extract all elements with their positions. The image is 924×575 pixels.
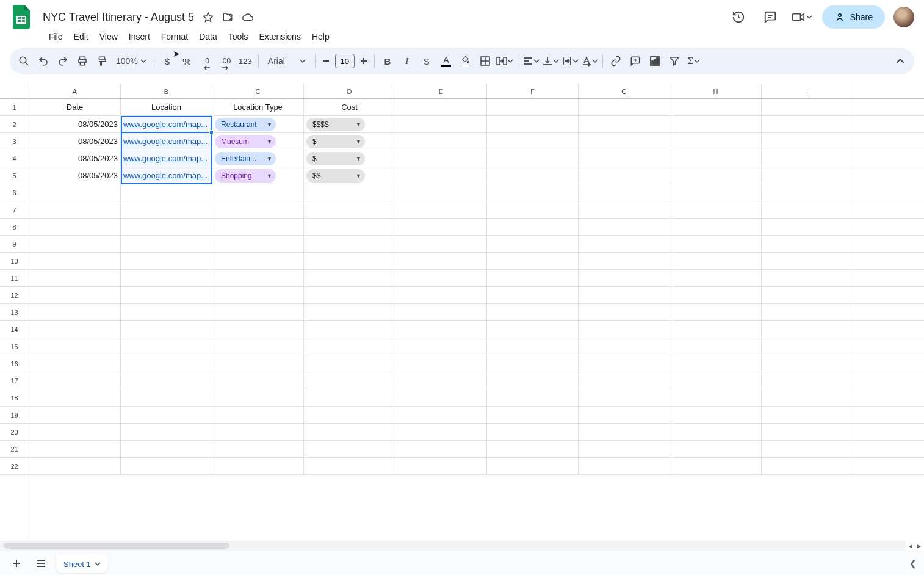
- bold-icon[interactable]: B: [378, 52, 397, 70]
- menu-insert[interactable]: Insert: [124, 29, 155, 44]
- menu-tools[interactable]: Tools: [223, 29, 253, 44]
- fill-color-icon[interactable]: [457, 52, 475, 70]
- menu-view[interactable]: View: [95, 29, 123, 44]
- font-size-input[interactable]: [335, 54, 355, 68]
- svg-point-9: [20, 57, 26, 63]
- filter-icon[interactable]: [665, 52, 684, 70]
- insert-chart-icon[interactable]: [646, 52, 664, 70]
- cloud-status-icon[interactable]: [242, 12, 254, 23]
- sheets-logo[interactable]: [10, 5, 34, 29]
- menu-file[interactable]: File: [44, 29, 68, 44]
- collapse-toolbar-icon[interactable]: [891, 52, 909, 70]
- svg-rect-7: [792, 14, 800, 21]
- share-button[interactable]: Share: [822, 5, 885, 29]
- menu-data[interactable]: Data: [194, 29, 222, 44]
- svg-rect-33: [657, 58, 659, 64]
- menu-edit[interactable]: Edit: [69, 29, 93, 44]
- share-label: Share: [850, 12, 873, 22]
- number-format-icon[interactable]: 123: [236, 52, 254, 70]
- print-icon[interactable]: [73, 52, 92, 70]
- svg-line-10: [25, 62, 28, 65]
- decrease-font-icon[interactable]: [319, 52, 333, 70]
- currency-icon[interactable]: $: [158, 52, 176, 70]
- font-select[interactable]: Arial: [262, 52, 311, 70]
- zoom-value: 100%: [116, 56, 138, 66]
- functions-icon[interactable]: Σ: [685, 52, 703, 70]
- star-icon[interactable]: [203, 12, 214, 23]
- strikethrough-icon[interactable]: S: [417, 52, 436, 70]
- text-color-icon[interactable]: A: [437, 52, 455, 70]
- comments-icon[interactable]: [759, 5, 782, 29]
- zoom-select[interactable]: 100%: [112, 52, 150, 70]
- svg-rect-3: [18, 20, 21, 22]
- increase-font-icon[interactable]: [357, 52, 370, 70]
- text-rotation-icon[interactable]: [580, 52, 599, 70]
- menu-format[interactable]: Format: [156, 29, 193, 44]
- undo-icon[interactable]: [34, 52, 52, 70]
- percent-icon[interactable]: %: [178, 52, 196, 70]
- italic-icon[interactable]: I: [398, 52, 416, 70]
- text-wrap-icon[interactable]: [561, 52, 579, 70]
- menu-help[interactable]: Help: [307, 29, 334, 44]
- menu-extensions[interactable]: Extensions: [254, 29, 305, 44]
- decrease-decimal-icon[interactable]: .0: [197, 52, 215, 70]
- insert-link-icon[interactable]: [607, 52, 625, 70]
- increase-decimal-icon[interactable]: .00: [217, 52, 235, 70]
- svg-rect-20: [497, 57, 500, 65]
- document-title[interactable]: NYC Travel Itinerary - August 5: [39, 10, 198, 25]
- vertical-align-icon[interactable]: [541, 52, 560, 70]
- svg-rect-1: [18, 17, 21, 19]
- toolbar: 100% $ % .0 .00 123 Arial B I S A Σ: [10, 48, 914, 74]
- paint-format-icon[interactable]: [93, 52, 111, 70]
- meet-button[interactable]: [790, 5, 814, 29]
- insert-comment-icon[interactable]: [626, 52, 644, 70]
- font-name: Arial: [268, 56, 285, 66]
- horizontal-align-icon[interactable]: [522, 52, 540, 70]
- svg-rect-2: [22, 17, 25, 19]
- svg-point-8: [838, 14, 841, 17]
- svg-rect-4: [22, 20, 25, 22]
- svg-rect-31: [652, 61, 654, 64]
- borders-icon[interactable]: [476, 52, 494, 70]
- redo-icon[interactable]: [54, 52, 72, 70]
- svg-rect-32: [654, 59, 656, 64]
- move-icon[interactable]: [222, 12, 233, 23]
- merge-cells-icon[interactable]: [496, 52, 514, 70]
- search-menus-icon[interactable]: [15, 52, 33, 70]
- account-avatar[interactable]: [893, 7, 914, 27]
- history-icon[interactable]: [727, 5, 750, 29]
- menu-bar: File Edit View Insert Format Data Tools …: [10, 29, 914, 48]
